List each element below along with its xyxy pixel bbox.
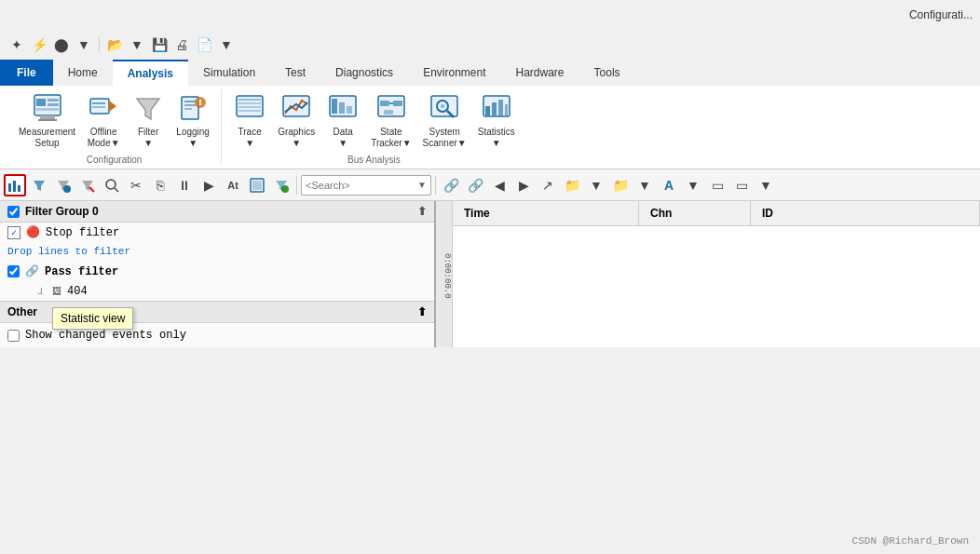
col-time: Time bbox=[453, 201, 639, 225]
pass-filter-sub-label: 404 bbox=[67, 285, 88, 298]
tb-filter3-btn[interactable] bbox=[76, 174, 99, 196]
show-changed-checkbox[interactable] bbox=[7, 330, 20, 342]
svg-rect-3 bbox=[48, 103, 59, 106]
statistic-view-tooltip: Statistic view bbox=[52, 307, 133, 330]
svg-rect-9 bbox=[92, 102, 105, 104]
svg-line-51 bbox=[115, 188, 118, 192]
tb-link1-btn[interactable]: 🔗 bbox=[440, 174, 462, 196]
tb-play-btn[interactable]: ▶ bbox=[197, 174, 220, 196]
tb-rect-dd-btn[interactable]: ▼ bbox=[755, 174, 777, 196]
svg-rect-25 bbox=[332, 99, 337, 114]
tab-simulation[interactable]: Simulation bbox=[188, 60, 270, 86]
ribbon-offline-mode[interactable]: OfflineMode▼ bbox=[83, 89, 124, 151]
tb-scissors-btn[interactable]: ✂ bbox=[125, 174, 147, 196]
watermark: CSDN @Richard_Brown bbox=[852, 535, 969, 547]
tab-test[interactable]: Test bbox=[270, 60, 320, 86]
ribbon-logging[interactable]: Logging▼ bbox=[172, 89, 213, 151]
tb-folder1-btn[interactable]: 📁 bbox=[561, 174, 583, 196]
svg-rect-1 bbox=[36, 99, 46, 106]
ribbon-graphics[interactable]: Graphics▼ bbox=[274, 89, 319, 151]
svg-rect-38 bbox=[485, 106, 490, 115]
tab-file[interactable]: File bbox=[0, 60, 53, 86]
tab-environment[interactable]: Environment bbox=[408, 60, 500, 86]
table-header: Time Chn ID bbox=[453, 201, 980, 226]
search-input[interactable] bbox=[306, 180, 417, 191]
tb-link2-btn[interactable]: 🔗 bbox=[464, 174, 486, 196]
tb-folder2-dd-btn[interactable]: ▼ bbox=[633, 174, 656, 196]
qa-open[interactable]: 📂 bbox=[105, 35, 124, 54]
qa-print[interactable]: 🖨 bbox=[172, 35, 191, 54]
tab-diagnostics[interactable]: Diagnostics bbox=[320, 60, 408, 86]
ribbon-filter[interactable]: Filter▼ bbox=[128, 89, 169, 151]
tb-folder-dd-btn[interactable]: ▼ bbox=[585, 174, 607, 196]
logging-label: Logging▼ bbox=[176, 127, 210, 149]
sub-item-icon: 🖼 bbox=[52, 286, 61, 297]
tb-filter-btn[interactable] bbox=[28, 174, 50, 196]
other-collapse[interactable]: ⬆ bbox=[417, 305, 427, 318]
config-group-label: Configuration bbox=[87, 155, 142, 165]
graphics-label: Graphics▼ bbox=[278, 127, 315, 149]
quick-access-toolbar: ✦ ⚡ ⬤ ▼ 📂 ▼ 💾 🖨 📄 ▼ bbox=[0, 30, 980, 60]
ribbon-group-configuration: MeasurementSetup OfflineMode▼ bbox=[7, 89, 222, 165]
search-box[interactable]: ▼ bbox=[301, 175, 431, 196]
logging-icon bbox=[176, 91, 210, 125]
tab-hardware[interactable]: Hardware bbox=[501, 60, 579, 86]
qa-lightning[interactable]: ⚡ bbox=[30, 35, 48, 54]
svg-rect-44 bbox=[18, 185, 20, 192]
filter-label: Filter▼ bbox=[138, 127, 158, 149]
tb-at-btn[interactable]: At bbox=[222, 174, 244, 196]
filter-group-checkbox[interactable] bbox=[7, 206, 20, 218]
state-tracker-label: StateTracker▼ bbox=[371, 127, 411, 149]
statistics-icon bbox=[480, 91, 513, 125]
tb-text-btn[interactable]: A bbox=[658, 174, 680, 196]
svg-marker-45 bbox=[34, 181, 45, 191]
ribbon-state-tracker[interactable]: StateTracker▼ bbox=[367, 89, 415, 151]
pass-filter-header: 🔗 Pass filter bbox=[0, 261, 434, 282]
system-scanner-icon bbox=[428, 91, 461, 125]
filter-group-collapse[interactable]: ⬆ bbox=[417, 205, 427, 218]
search-dropdown-icon[interactable]: ▼ bbox=[417, 180, 427, 190]
stop-filter-checkbox[interactable]: ✓ bbox=[7, 226, 20, 239]
svg-rect-2 bbox=[48, 99, 59, 101]
tb-forward-btn[interactable]: ▶ bbox=[512, 174, 535, 196]
title-text: Configurati... bbox=[909, 8, 973, 21]
tb-folder2-btn[interactable]: 📁 bbox=[609, 174, 632, 196]
qa-save[interactable]: 💾 bbox=[150, 35, 169, 54]
ribbon-statistics[interactable]: Statistics▼ bbox=[474, 89, 519, 151]
tb-filter4-btn[interactable] bbox=[270, 174, 293, 196]
ribbon-system-scanner[interactable]: SystemScanner▼ bbox=[419, 89, 470, 151]
svg-line-49 bbox=[89, 187, 94, 192]
tb-chart-btn[interactable] bbox=[4, 174, 26, 196]
tab-analysis[interactable]: Analysis bbox=[113, 60, 188, 86]
qa-dropdown3[interactable]: ▼ bbox=[217, 35, 236, 54]
tb-text-dd-btn[interactable]: ▼ bbox=[682, 174, 704, 196]
svg-rect-39 bbox=[492, 102, 497, 115]
ribbon-data[interactable]: Data▼ bbox=[322, 89, 363, 151]
ribbon-measurement-setup[interactable]: MeasurementSetup bbox=[15, 89, 79, 151]
svg-rect-20 bbox=[238, 102, 261, 104]
tb-highlight-btn[interactable] bbox=[246, 174, 268, 196]
pass-filter-sub-item: 🖼 404 bbox=[0, 282, 434, 301]
tb-arrow-btn[interactable]: ↗ bbox=[537, 174, 559, 196]
tb-rect2-btn[interactable]: ▭ bbox=[730, 174, 753, 196]
svg-rect-17 bbox=[199, 100, 201, 105]
tab-tools[interactable]: Tools bbox=[579, 60, 635, 86]
tb-rect1-btn[interactable]: ▭ bbox=[706, 174, 728, 196]
bus-analysis-group-label: Bus Analysis bbox=[347, 155, 401, 165]
tb-pause-btn[interactable]: ⏸ bbox=[173, 174, 196, 196]
tb-copy-btn[interactable]: ⎘ bbox=[149, 174, 171, 196]
svg-rect-32 bbox=[384, 110, 393, 115]
tab-home[interactable]: Home bbox=[53, 60, 113, 86]
tb-back-btn[interactable]: ◀ bbox=[488, 174, 510, 196]
qa-dropdown2[interactable]: ▼ bbox=[128, 35, 146, 54]
tb-search-btn[interactable] bbox=[101, 174, 123, 196]
ribbon-trace[interactable]: Trace▼ bbox=[229, 89, 270, 151]
qa-doc[interactable]: 📄 bbox=[195, 35, 213, 54]
pass-filter-checkbox[interactable] bbox=[7, 265, 20, 277]
qa-dropdown1[interactable]: ▼ bbox=[75, 35, 93, 54]
tb-filter2-btn[interactable] bbox=[52, 174, 75, 196]
svg-marker-8 bbox=[109, 101, 116, 112]
svg-rect-5 bbox=[40, 115, 55, 119]
svg-rect-13 bbox=[184, 101, 196, 102]
qa-circle[interactable]: ⬤ bbox=[52, 35, 71, 54]
